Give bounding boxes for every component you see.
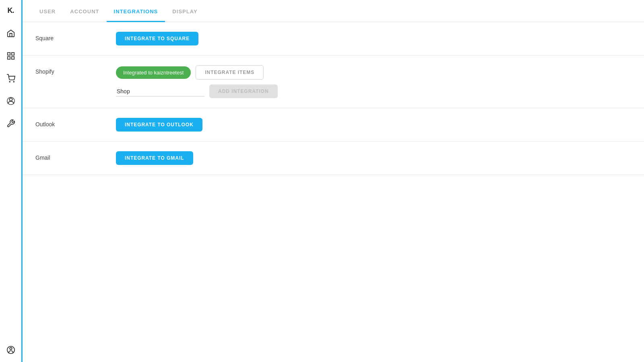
shopify-row: Shopify Integrated to kaizntreetest INTE… bbox=[23, 56, 644, 108]
square-controls: INTEGRATE TO SQUARE bbox=[116, 32, 198, 45]
tools-icon[interactable] bbox=[5, 118, 17, 129]
main-content: USER ACCOUNT INTEGRATIONS DISPLAY Square… bbox=[23, 0, 644, 362]
grid-icon[interactable] bbox=[5, 50, 17, 62]
sidebar: K. bbox=[0, 0, 23, 362]
integrations-content: Square INTEGRATE TO SQUARE Shopify Integ… bbox=[23, 22, 644, 362]
gmail-row: Gmail INTEGRATE TO GMAIL bbox=[23, 142, 644, 175]
gmail-controls: INTEGRATE TO GMAIL bbox=[116, 151, 193, 165]
home-icon[interactable] bbox=[5, 28, 17, 39]
account-icon[interactable] bbox=[5, 344, 17, 356]
integrate-to-square-button[interactable]: INTEGRATE TO SQUARE bbox=[116, 32, 198, 45]
square-row: Square INTEGRATE TO SQUARE bbox=[23, 22, 644, 56]
svg-rect-2 bbox=[7, 57, 10, 59]
svg-rect-0 bbox=[7, 53, 10, 55]
tab-account[interactable]: ACCOUNT bbox=[63, 0, 106, 22]
square-label: Square bbox=[35, 32, 116, 41]
integrated-badge-button[interactable]: Integrated to kaizntreetest bbox=[116, 66, 191, 79]
integrate-to-gmail-button[interactable]: INTEGRATE TO GMAIL bbox=[116, 151, 193, 165]
person-circle-icon[interactable] bbox=[5, 95, 17, 107]
shopify-controls: Integrated to kaizntreetest INTEGRATE IT… bbox=[116, 65, 278, 98]
shop-input[interactable] bbox=[116, 86, 204, 97]
add-integration-button[interactable]: ADD INTEGRATION bbox=[209, 84, 278, 98]
cart-icon[interactable] bbox=[5, 73, 17, 84]
tab-display[interactable]: DISPLAY bbox=[165, 0, 204, 22]
tab-integrations[interactable]: INTEGRATIONS bbox=[107, 0, 165, 22]
outlook-label: Outlook bbox=[35, 118, 116, 128]
svg-rect-1 bbox=[11, 53, 14, 55]
svg-point-5 bbox=[13, 81, 14, 82]
svg-point-4 bbox=[9, 81, 10, 82]
tab-user[interactable]: USER bbox=[32, 0, 63, 22]
integrate-items-button[interactable]: INTEGRATE ITEMS bbox=[196, 65, 264, 80]
sidebar-logo: K. bbox=[8, 6, 14, 15]
svg-point-6 bbox=[9, 98, 12, 101]
svg-point-9 bbox=[10, 348, 12, 350]
gmail-label: Gmail bbox=[35, 151, 116, 161]
outlook-controls: INTEGRATE TO OUTLOOK bbox=[116, 118, 202, 132]
tab-bar: USER ACCOUNT INTEGRATIONS DISPLAY bbox=[23, 0, 644, 22]
outlook-row: Outlook INTEGRATE TO OUTLOOK bbox=[23, 108, 644, 142]
svg-rect-3 bbox=[11, 57, 14, 59]
integrate-to-outlook-button[interactable]: INTEGRATE TO OUTLOOK bbox=[116, 118, 202, 132]
shopify-label: Shopify bbox=[35, 65, 116, 75]
